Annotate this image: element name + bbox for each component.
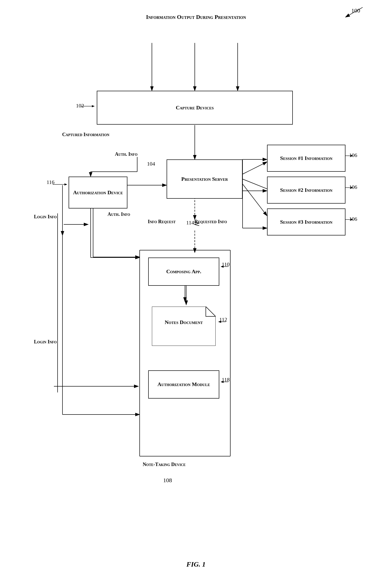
session1-box: Session #1 Information — [267, 145, 346, 172]
auth-to-composing-arrow — [91, 208, 144, 262]
ref-108: 108 — [163, 477, 172, 484]
ref-106-3-arrow — [346, 216, 355, 223]
composing-app-label: Composing App. — [166, 268, 201, 275]
session2-label: Session #2 Information — [280, 187, 332, 194]
login-bottom-arrow — [54, 383, 142, 390]
ref-104: 104 — [147, 161, 155, 167]
captured-info-label: Captured Information — [49, 131, 122, 138]
notes-doc-svg — [152, 307, 216, 346]
ref-106-2-arrow — [346, 184, 355, 191]
ref-110-arrow — [220, 264, 230, 270]
login-info-arrow — [64, 221, 93, 228]
capture-devices-box: Capture Devices — [97, 91, 293, 125]
ref-arrow-100 — [338, 5, 368, 20]
ref-118-arrow — [220, 379, 230, 385]
ref-102-arrow — [81, 103, 98, 110]
presentation-server-label: Presentation Server — [181, 176, 228, 183]
auth-module-box: Authorization Module — [148, 370, 219, 399]
notes-document-container: Notes Document — [152, 307, 216, 346]
break-symbol — [193, 221, 200, 228]
note-taking-device-label: Note-Taking Device — [130, 461, 198, 467]
session1-label: Session #1 Information — [280, 155, 332, 162]
notes-doc-label: Notes Document — [154, 319, 213, 326]
session3-label: Session #3 Information — [280, 218, 332, 226]
left-vertical-line — [54, 213, 61, 392]
info-request-label: Info Request — [142, 218, 181, 225]
ref-116-arrow — [53, 181, 70, 188]
ref-112-arrow — [217, 319, 227, 325]
fig-label: FIG. 1 — [0, 560, 392, 568]
auth-module-label: Authorization Module — [158, 381, 210, 388]
session2-box: Session #2 Information — [267, 177, 346, 204]
diagram: 100 Information Output During Presentati… — [0, 0, 392, 583]
svg-line-26 — [346, 7, 362, 17]
ps-to-sessions-lines — [240, 157, 270, 238]
composing-to-notes-arrow — [182, 285, 190, 309]
auth-device-label: Authorization Device — [73, 189, 123, 196]
presentation-server-box: Presentation Server — [166, 159, 242, 199]
composing-app-box: Composing App. — [148, 257, 219, 286]
auth-info-label-top: Auth. Info — [110, 151, 142, 157]
capture-devices-label: Capture Devices — [176, 104, 214, 111]
info-output-label: Information Output During Presentation — [122, 14, 270, 21]
ref-106-1-arrow — [346, 152, 355, 159]
session3-box: Session #3 Information — [267, 208, 346, 235]
auth-device-box: Authorization Device — [68, 177, 128, 208]
